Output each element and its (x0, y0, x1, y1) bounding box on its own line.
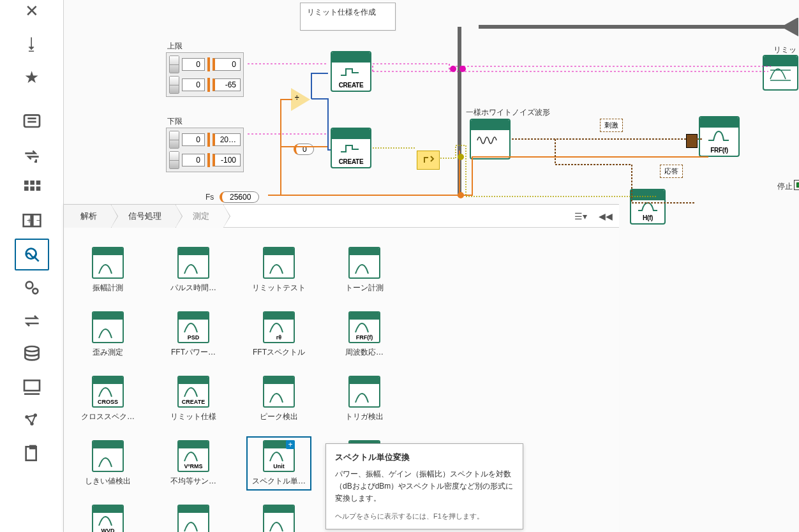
palette-item-10[interactable]: ピーク検出 (250, 376, 308, 422)
palette-item-5[interactable]: PSDFFTパワー… (165, 311, 222, 358)
response-label: 応答 (660, 165, 683, 178)
graph-icon[interactable] (15, 404, 49, 436)
help-foot: ヘルプをさらに表示するには、F1を押します。 (335, 512, 514, 521)
wires (64, 0, 799, 217)
spinner-icon[interactable] (169, 151, 179, 169)
sticky-note[interactable]: リミット仕様を作成 (300, 3, 396, 31)
svg-rect-5 (36, 181, 40, 185)
math-icon[interactable]: +− (15, 205, 49, 237)
help-body: パワー、振幅、ゲイン（振幅比）スペクトルを対数（dBおよびdBm）やスペクトル密… (335, 468, 514, 505)
fs-label: Fs (205, 193, 214, 202)
palette-item-7[interactable]: FRF(f)周波数応… (336, 311, 393, 358)
palette-item-9[interactable]: CREATEリミット仕様 (165, 376, 222, 422)
palette-item-8[interactable]: CROSSクロススペク… (79, 376, 137, 422)
svg-rect-7 (30, 186, 34, 191)
palette-item-2[interactable]: リミットテスト (250, 247, 308, 293)
gear-icon[interactable] (15, 272, 49, 304)
upper-d[interactable]: -65 (213, 78, 241, 91)
loop-icon[interactable] (15, 139, 49, 171)
svg-point-26 (450, 66, 456, 72)
crumb-signal[interactable]: 信号処理 (112, 205, 176, 228)
svg-point-15 (26, 282, 33, 289)
download-icon[interactable]: ⭳ (15, 28, 49, 60)
list-icon[interactable]: ☰▾ (572, 209, 590, 224)
star-icon[interactable]: ★ (15, 61, 49, 93)
palette-item-14[interactable]: +Unitスペクトル単… (250, 440, 308, 487)
monitor-icon[interactable] (15, 371, 49, 403)
limittest-node[interactable] (763, 55, 798, 91)
svg-rect-3 (24, 181, 29, 185)
create-limit-upper[interactable]: CREATE (331, 51, 371, 92)
svg-point-29 (458, 192, 464, 198)
lower-c[interactable]: 0 (182, 154, 205, 166)
svg-line-14 (34, 257, 39, 262)
lower-label: 下限 (167, 116, 183, 127)
fs-value[interactable]: 25600 (220, 191, 259, 203)
svg-rect-4 (30, 181, 34, 185)
palette-item-17[interactable]: パワーと周… (165, 505, 222, 532)
frf-node[interactable]: FRF(f) (699, 116, 740, 157)
upper-a[interactable]: 0 (182, 58, 205, 71)
svg-point-17 (25, 346, 38, 351)
swap-icon[interactable] (15, 305, 49, 337)
palette-item-18[interactable]: ブーネマン周… (250, 505, 308, 532)
svg-rect-24 (29, 445, 36, 450)
svg-text:+: + (27, 216, 32, 225)
divide-node[interactable] (291, 88, 310, 111)
left-toolbar: ✕ ⭳ ★ +− (0, 0, 64, 532)
lower-cluster[interactable]: 0 20… 0 -100 (166, 128, 244, 172)
upper-c[interactable]: 0 (182, 78, 205, 91)
collapse-icon[interactable]: ◀◀ (596, 209, 615, 224)
crumb-analysis[interactable]: 解析 (64, 205, 112, 228)
svg-text:−: − (36, 216, 41, 225)
close-icon[interactable]: ✕ (15, 0, 49, 27)
svg-rect-8 (36, 186, 40, 191)
palette-item-1[interactable]: パルス時間… (165, 247, 222, 293)
upper-cluster[interactable]: 0 0 0 -65 (166, 52, 244, 97)
zero-const[interactable]: 0 (294, 144, 314, 155)
bundle-node[interactable] (417, 151, 440, 170)
svg-point-16 (33, 288, 38, 293)
crumb-measure[interactable]: 測定 (176, 205, 224, 228)
create-limit-lower[interactable]: CREATE (331, 128, 371, 168)
palette-item-13[interactable]: V²RMS不均等サン… (165, 440, 222, 487)
svg-rect-6 (24, 186, 29, 191)
lower-d[interactable]: -100 (213, 154, 241, 166)
svg-rect-0 (24, 115, 40, 127)
svg-rect-18 (24, 380, 40, 390)
book-icon[interactable] (15, 106, 49, 138)
analysis-icon[interactable] (15, 239, 49, 270)
spinner-icon[interactable] (169, 131, 179, 149)
breadcrumb: 解析 信号処理 測定 ☰▾ ◀◀ (64, 205, 619, 228)
help-tooltip: スペクトル単位変換 パワー、振幅、ゲイン（振幅比）スペクトルを対数（dBおよびd… (325, 443, 523, 529)
svg-point-27 (459, 66, 466, 72)
stimulus-label: 刺激 (600, 119, 623, 132)
upper-label: 上限 (167, 41, 183, 52)
bundle-by-name-icon[interactable] (686, 134, 698, 148)
palette-item-12[interactable]: しきい値検出 (79, 440, 137, 487)
palette-item-3[interactable]: トーン計測 (336, 247, 393, 293)
palette-item-16[interactable]: WVDWVDスペク… (79, 505, 137, 532)
database-icon[interactable] (15, 338, 49, 370)
stop-label: 停止 (777, 181, 793, 192)
upper-b[interactable]: 0 (213, 58, 241, 71)
note-text: リミット仕様を作成 (307, 8, 376, 17)
palette-item-11[interactable]: トリガ検出 (336, 376, 393, 422)
noise-label: 一様ホワイトノイズ波形 (466, 107, 550, 118)
stop-terminal[interactable] (794, 180, 799, 190)
divide-glyph: ÷ (295, 93, 299, 102)
clipboard-icon[interactable] (15, 438, 49, 469)
palette-item-0[interactable]: 振幅計測 (79, 247, 137, 293)
help-title: スペクトル単位変換 (335, 452, 514, 463)
spinner-icon[interactable] (169, 76, 179, 94)
hf-node[interactable]: H(f) (630, 189, 666, 225)
grid-icon[interactable] (15, 172, 49, 204)
noise-node[interactable] (470, 119, 511, 159)
palette-item-6[interactable]: rθFFTスペクトル (250, 311, 308, 358)
palette-item-4[interactable]: 歪み測定 (79, 311, 137, 358)
spinner-icon[interactable] (169, 55, 179, 73)
lower-a[interactable]: 0 (182, 133, 205, 146)
svg-point-28 (458, 154, 464, 160)
lower-b[interactable]: 20… (213, 133, 241, 146)
